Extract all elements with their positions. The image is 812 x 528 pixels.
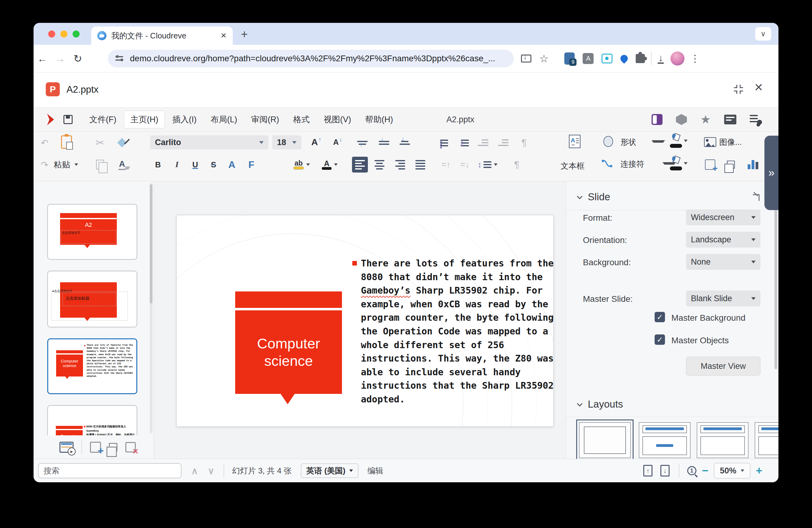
- copy-icon[interactable]: [93, 157, 107, 172]
- reload-icon[interactable]: ↻: [69, 52, 87, 65]
- numbered-list-icon[interactable]: [456, 134, 470, 150]
- slide-thumbnail-2[interactable]: ●点击添加文字 点击添加标题: [47, 271, 137, 328]
- layout-two-content[interactable]: [755, 422, 779, 458]
- orientation-select[interactable]: Landscape: [686, 232, 760, 247]
- mac-zoom-button[interactable]: [73, 30, 79, 37]
- menu-tab-home[interactable]: 主页(H): [124, 111, 164, 129]
- extension-drop-icon[interactable]: [619, 54, 629, 64]
- add-slide-bottom-icon[interactable]: [90, 442, 101, 453]
- font-size-select[interactable]: 18: [272, 135, 301, 149]
- shape-outline-color-icon[interactable]: [670, 133, 687, 149]
- zoom-in-icon[interactable]: +: [756, 464, 762, 477]
- thumbnails-scrollbar-thumb[interactable]: [150, 184, 153, 303]
- line-spacing-icon[interactable]: ↕: [478, 157, 497, 172]
- new-tab-button[interactable]: +: [241, 28, 248, 41]
- move-forward-icon[interactable]: =↑: [439, 157, 453, 172]
- align-justify-icon[interactable]: [414, 157, 427, 172]
- extension-tv-icon[interactable]: [601, 54, 612, 63]
- menu-tab-help[interactable]: 帮助(H): [359, 111, 399, 129]
- underline-icon[interactable]: U: [189, 157, 202, 172]
- cut-icon[interactable]: ✂: [93, 135, 107, 151]
- extension-a-icon[interactable]: A: [583, 53, 594, 64]
- master-slide-select[interactable]: Blank Slide: [686, 290, 760, 306]
- exit-fullscreen-icon[interactable]: [734, 85, 743, 94]
- viewer-close-icon[interactable]: ✕: [754, 81, 763, 94]
- paste-icon[interactable]: [60, 134, 73, 150]
- browser-tab[interactable]: 我的文件 - Cloudreve ✕: [91, 27, 233, 45]
- chart-icon[interactable]: [746, 156, 759, 172]
- align-right-icon[interactable]: [393, 157, 407, 172]
- zoom-100-icon[interactable]: 1: [687, 466, 696, 475]
- text-effects-icon[interactable]: A: [225, 157, 238, 172]
- zoom-level-select[interactable]: 50%: [714, 463, 750, 479]
- menu-tab-file[interactable]: 文件(F): [83, 111, 122, 129]
- image-icon[interactable]: [704, 134, 717, 150]
- slide-page[interactable]: Computer science There are lots of featu…: [176, 215, 554, 427]
- redo-icon[interactable]: ↷: [38, 157, 51, 172]
- theme-panel-icon[interactable]: [652, 114, 663, 125]
- bullet-list-icon[interactable]: [436, 134, 449, 150]
- shape-icon[interactable]: [601, 134, 615, 149]
- slide-section-header[interactable]: Slide: [578, 191, 610, 203]
- favorites-star-icon[interactable]: ★: [700, 114, 711, 125]
- extension-badge-icon[interactable]: 9: [564, 52, 575, 65]
- fit-slide-icon[interactable]: ↑: [643, 465, 652, 477]
- menu-tab-insert[interactable]: 插入(I): [166, 111, 203, 129]
- decrease-indent-icon[interactable]: [497, 135, 510, 151]
- slide-thumbnail-4[interactable]: Computer 8080 芯片的很多功能都没有加入 Gameboy 的夏普 L…: [47, 405, 137, 435]
- delete-slide-icon[interactable]: [125, 442, 136, 452]
- save-icon[interactable]: [63, 115, 73, 124]
- back-icon[interactable]: ←: [33, 53, 51, 65]
- background-select[interactable]: None: [686, 254, 760, 270]
- textbox-button[interactable]: 文本框: [561, 158, 584, 174]
- align-left-icon[interactable]: [352, 157, 368, 172]
- connector-button[interactable]: 连接符: [621, 156, 644, 172]
- layouts-section-header[interactable]: Layouts: [578, 398, 623, 410]
- mac-close-button[interactable]: [48, 30, 55, 37]
- slide-title-shape[interactable]: Computer science: [235, 310, 342, 394]
- paste-button[interactable]: 粘贴: [54, 157, 78, 172]
- panel-scrollbar-thumb[interactable]: [774, 184, 777, 369]
- italic-icon[interactable]: I: [170, 157, 184, 172]
- layout-title-only[interactable]: [697, 422, 749, 458]
- font-color-icon[interactable]: A: [322, 157, 338, 172]
- extensions-puzzle-icon[interactable]: [636, 54, 645, 63]
- textbox-icon[interactable]: [568, 134, 581, 149]
- profile-avatar[interactable]: [670, 51, 684, 65]
- toolbar-more-button[interactable]: »: [765, 136, 779, 210]
- slide-thumbnail-3-selected[interactable]: Computer science There are lots of featu…: [47, 338, 137, 394]
- duplicate-slide-icon[interactable]: [724, 157, 738, 172]
- panel-popout-icon[interactable]: [753, 194, 759, 201]
- increase-font-icon[interactable]: A↑: [309, 134, 323, 150]
- strikethrough-icon[interactable]: S: [207, 157, 220, 172]
- menu-tab-review[interactable]: 审阅(R): [245, 111, 285, 129]
- master-view-button[interactable]: Master View: [686, 357, 760, 376]
- move-backward-icon[interactable]: =↓: [458, 157, 472, 172]
- bold-icon[interactable]: B: [151, 157, 165, 172]
- shape-caret-icon[interactable]: [652, 140, 665, 143]
- tab-close-icon[interactable]: ✕: [220, 31, 227, 40]
- forward-icon[interactable]: →: [51, 53, 69, 65]
- plugins-icon[interactable]: [676, 114, 687, 125]
- shape-button[interactable]: 形状: [621, 134, 636, 150]
- address-bar[interactable]: demo.cloudreve.org/home?path=cloudreve%3…: [108, 50, 514, 67]
- columns-icon[interactable]: ¶: [510, 157, 523, 172]
- valign-middle-icon[interactable]: ↓: [375, 135, 388, 151]
- title-shape-top-bar[interactable]: [235, 291, 342, 308]
- master-objects-checkbox[interactable]: ✓: [655, 334, 665, 345]
- url-text[interactable]: demo.cloudreve.org/home?path=cloudreve%3…: [130, 54, 495, 63]
- search-input[interactable]: [38, 463, 182, 478]
- font-name-select[interactable]: Carlito: [150, 135, 269, 149]
- slide-body-text[interactable]: There are lots of features from the 8080…: [361, 257, 554, 406]
- master-background-checkbox[interactable]: ✓: [655, 312, 665, 322]
- valign-bottom-icon[interactable]: ↓: [395, 135, 409, 151]
- find-previous-icon[interactable]: ∧: [191, 466, 198, 476]
- menu-tab-format[interactable]: 格式: [287, 111, 316, 129]
- align-center-icon[interactable]: [373, 157, 386, 172]
- shape-fill-color-icon[interactable]: [670, 155, 687, 171]
- connector-icon[interactable]: [600, 156, 614, 172]
- clear-style-icon[interactable]: A: [115, 157, 129, 172]
- slide-thumbnail-1[interactable]: A2 点击添加文字: [47, 204, 137, 260]
- zoom-out-icon[interactable]: −: [702, 464, 708, 477]
- browser-menu-icon[interactable]: ⋮: [690, 53, 700, 64]
